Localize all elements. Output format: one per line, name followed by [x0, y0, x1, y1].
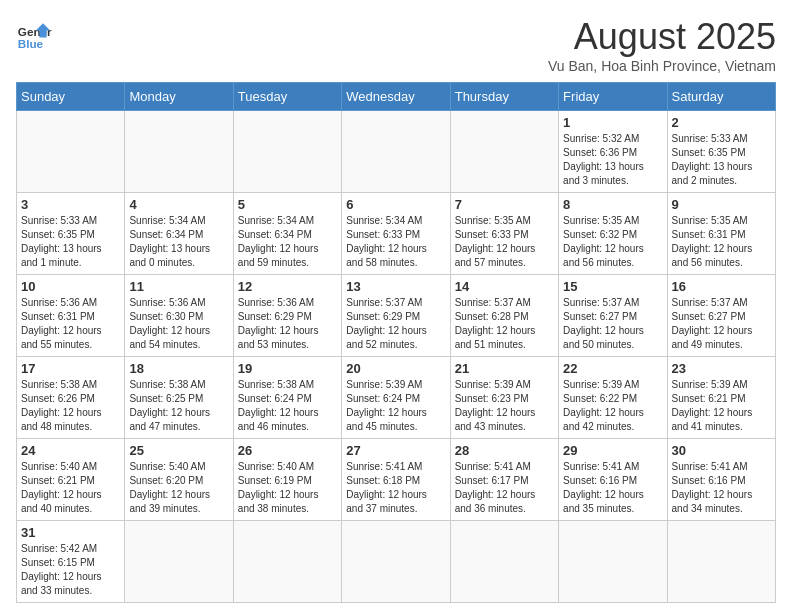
day-info: Sunrise: 5:38 AM Sunset: 6:24 PM Dayligh…: [238, 378, 337, 434]
day-number: 29: [563, 443, 662, 458]
calendar-cell: [233, 111, 341, 193]
day-info: Sunrise: 5:40 AM Sunset: 6:20 PM Dayligh…: [129, 460, 228, 516]
day-info: Sunrise: 5:35 AM Sunset: 6:33 PM Dayligh…: [455, 214, 554, 270]
day-info: Sunrise: 5:37 AM Sunset: 6:29 PM Dayligh…: [346, 296, 445, 352]
calendar-week-row: 1Sunrise: 5:32 AM Sunset: 6:36 PM Daylig…: [17, 111, 776, 193]
calendar-cell: 21Sunrise: 5:39 AM Sunset: 6:23 PM Dayli…: [450, 357, 558, 439]
calendar-cell: 15Sunrise: 5:37 AM Sunset: 6:27 PM Dayli…: [559, 275, 667, 357]
calendar-cell: 25Sunrise: 5:40 AM Sunset: 6:20 PM Dayli…: [125, 439, 233, 521]
title-area: August 2025 Vu Ban, Hoa Binh Province, V…: [548, 16, 776, 74]
day-number: 4: [129, 197, 228, 212]
location-subtitle: Vu Ban, Hoa Binh Province, Vietnam: [548, 58, 776, 74]
logo: General Blue: [16, 16, 52, 52]
day-number: 23: [672, 361, 771, 376]
calendar-cell: 9Sunrise: 5:35 AM Sunset: 6:31 PM Daylig…: [667, 193, 775, 275]
day-number: 11: [129, 279, 228, 294]
calendar-header-row: SundayMondayTuesdayWednesdayThursdayFrid…: [17, 83, 776, 111]
day-of-week-header: Monday: [125, 83, 233, 111]
day-info: Sunrise: 5:33 AM Sunset: 6:35 PM Dayligh…: [672, 132, 771, 188]
calendar-cell: 7Sunrise: 5:35 AM Sunset: 6:33 PM Daylig…: [450, 193, 558, 275]
calendar-cell: 22Sunrise: 5:39 AM Sunset: 6:22 PM Dayli…: [559, 357, 667, 439]
calendar-cell: 10Sunrise: 5:36 AM Sunset: 6:31 PM Dayli…: [17, 275, 125, 357]
calendar-cell: 31Sunrise: 5:42 AM Sunset: 6:15 PM Dayli…: [17, 521, 125, 603]
day-info: Sunrise: 5:41 AM Sunset: 6:16 PM Dayligh…: [672, 460, 771, 516]
day-info: Sunrise: 5:40 AM Sunset: 6:21 PM Dayligh…: [21, 460, 120, 516]
calendar-cell: [125, 521, 233, 603]
day-number: 20: [346, 361, 445, 376]
calendar-cell: [342, 111, 450, 193]
calendar-cell: 2Sunrise: 5:33 AM Sunset: 6:35 PM Daylig…: [667, 111, 775, 193]
day-info: Sunrise: 5:36 AM Sunset: 6:29 PM Dayligh…: [238, 296, 337, 352]
calendar-cell: 20Sunrise: 5:39 AM Sunset: 6:24 PM Dayli…: [342, 357, 450, 439]
day-number: 14: [455, 279, 554, 294]
calendar-cell: 5Sunrise: 5:34 AM Sunset: 6:34 PM Daylig…: [233, 193, 341, 275]
calendar-table: SundayMondayTuesdayWednesdayThursdayFrid…: [16, 82, 776, 603]
svg-text:Blue: Blue: [18, 37, 44, 50]
calendar-cell: 24Sunrise: 5:40 AM Sunset: 6:21 PM Dayli…: [17, 439, 125, 521]
day-number: 16: [672, 279, 771, 294]
calendar-cell: [667, 521, 775, 603]
day-info: Sunrise: 5:34 AM Sunset: 6:33 PM Dayligh…: [346, 214, 445, 270]
calendar-cell: [17, 111, 125, 193]
day-info: Sunrise: 5:39 AM Sunset: 6:23 PM Dayligh…: [455, 378, 554, 434]
day-info: Sunrise: 5:41 AM Sunset: 6:18 PM Dayligh…: [346, 460, 445, 516]
calendar-cell: [450, 111, 558, 193]
day-number: 10: [21, 279, 120, 294]
day-info: Sunrise: 5:40 AM Sunset: 6:19 PM Dayligh…: [238, 460, 337, 516]
day-info: Sunrise: 5:38 AM Sunset: 6:26 PM Dayligh…: [21, 378, 120, 434]
day-info: Sunrise: 5:37 AM Sunset: 6:27 PM Dayligh…: [672, 296, 771, 352]
day-info: Sunrise: 5:39 AM Sunset: 6:22 PM Dayligh…: [563, 378, 662, 434]
calendar-week-row: 24Sunrise: 5:40 AM Sunset: 6:21 PM Dayli…: [17, 439, 776, 521]
day-number: 21: [455, 361, 554, 376]
calendar-cell: 26Sunrise: 5:40 AM Sunset: 6:19 PM Dayli…: [233, 439, 341, 521]
day-info: Sunrise: 5:41 AM Sunset: 6:16 PM Dayligh…: [563, 460, 662, 516]
day-info: Sunrise: 5:41 AM Sunset: 6:17 PM Dayligh…: [455, 460, 554, 516]
day-info: Sunrise: 5:34 AM Sunset: 6:34 PM Dayligh…: [129, 214, 228, 270]
calendar-week-row: 10Sunrise: 5:36 AM Sunset: 6:31 PM Dayli…: [17, 275, 776, 357]
calendar-cell: 29Sunrise: 5:41 AM Sunset: 6:16 PM Dayli…: [559, 439, 667, 521]
calendar-cell: [342, 521, 450, 603]
day-of-week-header: Sunday: [17, 83, 125, 111]
calendar-cell: 27Sunrise: 5:41 AM Sunset: 6:18 PM Dayli…: [342, 439, 450, 521]
day-number: 26: [238, 443, 337, 458]
day-number: 9: [672, 197, 771, 212]
calendar-cell: [125, 111, 233, 193]
calendar-cell: 3Sunrise: 5:33 AM Sunset: 6:35 PM Daylig…: [17, 193, 125, 275]
calendar-cell: 14Sunrise: 5:37 AM Sunset: 6:28 PM Dayli…: [450, 275, 558, 357]
day-number: 24: [21, 443, 120, 458]
day-info: Sunrise: 5:39 AM Sunset: 6:21 PM Dayligh…: [672, 378, 771, 434]
day-number: 19: [238, 361, 337, 376]
calendar-week-row: 3Sunrise: 5:33 AM Sunset: 6:35 PM Daylig…: [17, 193, 776, 275]
day-info: Sunrise: 5:42 AM Sunset: 6:15 PM Dayligh…: [21, 542, 120, 598]
calendar-cell: 13Sunrise: 5:37 AM Sunset: 6:29 PM Dayli…: [342, 275, 450, 357]
day-number: 25: [129, 443, 228, 458]
calendar-cell: 19Sunrise: 5:38 AM Sunset: 6:24 PM Dayli…: [233, 357, 341, 439]
day-of-week-header: Tuesday: [233, 83, 341, 111]
calendar-cell: 11Sunrise: 5:36 AM Sunset: 6:30 PM Dayli…: [125, 275, 233, 357]
day-number: 12: [238, 279, 337, 294]
day-number: 22: [563, 361, 662, 376]
day-info: Sunrise: 5:35 AM Sunset: 6:31 PM Dayligh…: [672, 214, 771, 270]
day-info: Sunrise: 5:37 AM Sunset: 6:28 PM Dayligh…: [455, 296, 554, 352]
day-info: Sunrise: 5:36 AM Sunset: 6:30 PM Dayligh…: [129, 296, 228, 352]
day-number: 17: [21, 361, 120, 376]
day-info: Sunrise: 5:38 AM Sunset: 6:25 PM Dayligh…: [129, 378, 228, 434]
calendar-cell: 16Sunrise: 5:37 AM Sunset: 6:27 PM Dayli…: [667, 275, 775, 357]
day-number: 30: [672, 443, 771, 458]
day-of-week-header: Saturday: [667, 83, 775, 111]
page-header: General Blue August 2025 Vu Ban, Hoa Bin…: [16, 16, 776, 74]
month-title: August 2025: [548, 16, 776, 58]
day-info: Sunrise: 5:33 AM Sunset: 6:35 PM Dayligh…: [21, 214, 120, 270]
logo-icon: General Blue: [16, 16, 52, 52]
calendar-week-row: 31Sunrise: 5:42 AM Sunset: 6:15 PM Dayli…: [17, 521, 776, 603]
day-info: Sunrise: 5:32 AM Sunset: 6:36 PM Dayligh…: [563, 132, 662, 188]
calendar-cell: 17Sunrise: 5:38 AM Sunset: 6:26 PM Dayli…: [17, 357, 125, 439]
day-number: 6: [346, 197, 445, 212]
day-info: Sunrise: 5:37 AM Sunset: 6:27 PM Dayligh…: [563, 296, 662, 352]
day-info: Sunrise: 5:39 AM Sunset: 6:24 PM Dayligh…: [346, 378, 445, 434]
calendar-week-row: 17Sunrise: 5:38 AM Sunset: 6:26 PM Dayli…: [17, 357, 776, 439]
day-number: 7: [455, 197, 554, 212]
calendar-cell: 6Sunrise: 5:34 AM Sunset: 6:33 PM Daylig…: [342, 193, 450, 275]
day-number: 18: [129, 361, 228, 376]
calendar-cell: 12Sunrise: 5:36 AM Sunset: 6:29 PM Dayli…: [233, 275, 341, 357]
